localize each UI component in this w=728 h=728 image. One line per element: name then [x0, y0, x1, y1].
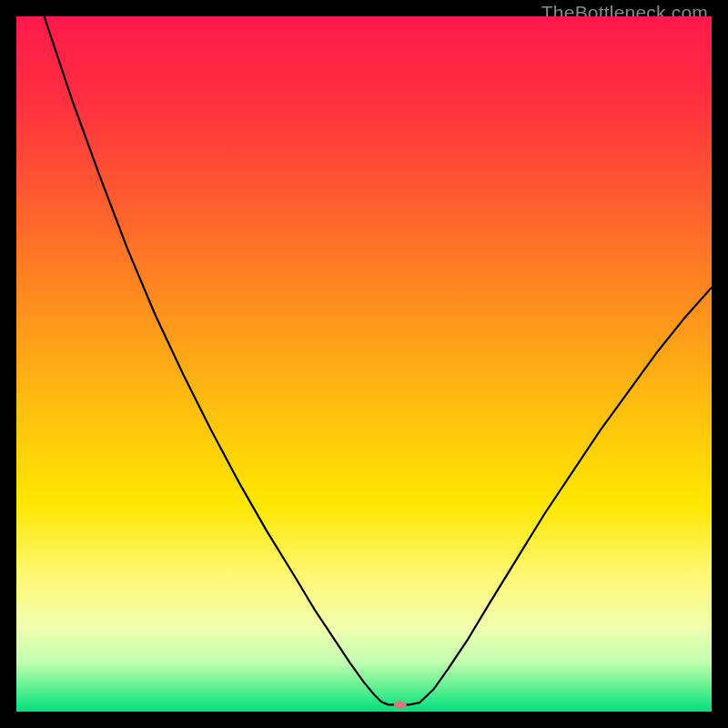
chart-container: TheBottleneck.com	[0, 0, 728, 728]
plot-area	[16, 16, 712, 712]
chart-background	[16, 16, 712, 712]
chart-svg	[16, 16, 712, 712]
optimal-marker	[394, 701, 407, 708]
